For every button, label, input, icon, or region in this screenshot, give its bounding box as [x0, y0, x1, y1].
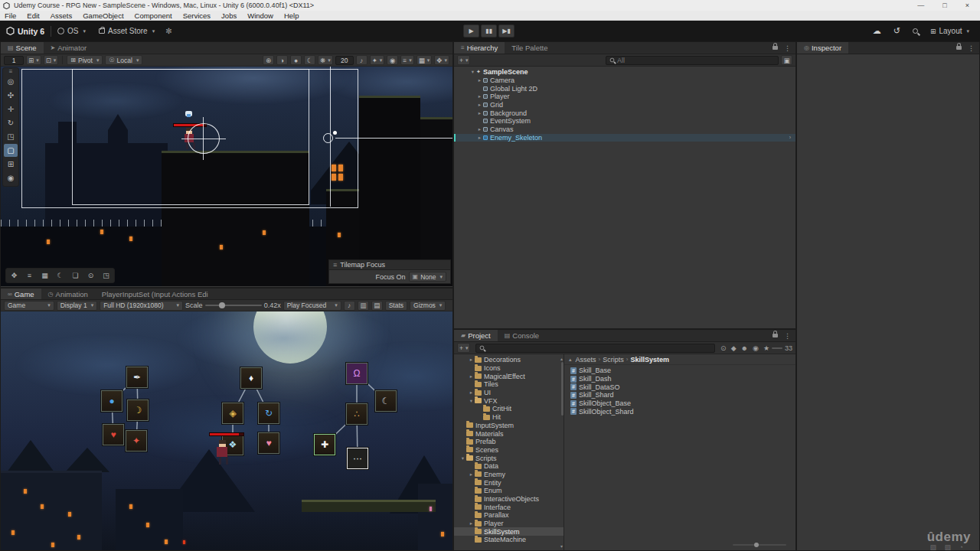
breadcrumb-scripts[interactable]: Scripts	[603, 356, 624, 364]
menu-window[interactable]: Window	[247, 11, 273, 20]
rect-tool[interactable]: ▢	[4, 144, 18, 157]
game-viewport[interactable]: ✒●☽♥✦♦◈↻❖♥Ω☾∴✚···	[1, 311, 452, 550]
camera-gizmo-icon[interactable]: ⊕	[263, 55, 274, 65]
move-tool[interactable]: ✛	[4, 103, 18, 116]
breadcrumb-assets[interactable]: Assets	[576, 356, 596, 364]
scene-viewport[interactable]: ≡ ◎✣✛↻◳▢⊞◉ ✥≡▦☾❏⊙◳ ≡Tilemap Focus Focus …	[1, 67, 452, 286]
skill-node-amulet[interactable]: ◈	[222, 403, 243, 424]
minimize-button[interactable]: —	[917, 2, 924, 9]
orientation-icon[interactable]: ✥	[7, 269, 21, 282]
expand-arrow-icon[interactable]: ▸	[476, 135, 483, 141]
zoom-slider-handle[interactable]	[754, 543, 759, 547]
hierarchy-item-player[interactable]: ▸Player	[454, 93, 795, 101]
grid-overlay-icon[interactable]: ▦	[38, 269, 52, 282]
folder-prefab[interactable]: Prefab	[454, 438, 564, 446]
folder-vfx[interactable]: ▾VFX	[454, 396, 564, 405]
pause-button[interactable]: ▮▮	[481, 24, 497, 37]
tab-tile-palette[interactable]: Tile Palette	[505, 42, 554, 54]
tab-hierarchy[interactable]: ≡Hierarchy	[454, 42, 505, 54]
shading-mode-icon[interactable]: ◑	[276, 55, 288, 65]
layers-icon[interactable]: ❏	[68, 269, 83, 282]
add-asset-button[interactable]: +▾	[457, 343, 470, 353]
folder-hit[interactable]: Hit	[454, 413, 564, 422]
hierarchy-item-eventsystem[interactable]: EventSystem	[454, 117, 795, 126]
skill-node-wings[interactable]: ✦	[126, 430, 147, 452]
folder-decorations[interactable]: ▸Decorations	[454, 356, 564, 364]
expand-arrow-icon[interactable]: ▸	[468, 520, 475, 527]
search-icon[interactable]	[913, 28, 918, 34]
add-gameobject-button[interactable]: +▾	[457, 55, 470, 65]
panel-menu-icon[interactable]: ⋮	[968, 44, 975, 52]
asset-store-dropdown[interactable]: Asset Store▾	[99, 27, 155, 35]
camera-dropdown-icon[interactable]: ▦▾	[416, 55, 433, 65]
gizmos-dropdown[interactable]: Gizmos▾	[410, 301, 446, 311]
scale-tool[interactable]: ◳	[4, 130, 18, 143]
folder-materials[interactable]: Materials	[454, 429, 564, 438]
skybox-toggle-icon[interactable]: ☾	[304, 55, 315, 65]
tool-index-field[interactable]: 1	[4, 56, 24, 65]
layout-dropdown[interactable]: ⊞ Layout▾	[930, 27, 969, 35]
search-by-label-icon[interactable]: ◆	[731, 344, 737, 352]
folder-statemachine[interactable]: StateMachine	[454, 536, 564, 544]
camera-preview-icon[interactable]: ◳	[99, 269, 113, 282]
folder-scripts[interactable]: ▾Scripts	[454, 454, 564, 462]
column-slider[interactable]	[772, 347, 782, 349]
grid-size-field[interactable]: 20	[335, 56, 354, 65]
focus-on-dropdown[interactable]: ▣None▾	[409, 272, 446, 282]
hierarchy-item-canvas[interactable]: ▸Canvas	[454, 126, 795, 134]
hierarchy-item-camera[interactable]: ▸Camera	[454, 77, 795, 85]
lock-icon[interactable]	[773, 46, 778, 50]
hierarchy-item-grid[interactable]: ▸Grid	[454, 101, 795, 109]
expand-arrow-icon[interactable]: ▸	[468, 390, 475, 396]
handle-rotation-dropdown[interactable]: ☉Local▾	[105, 55, 142, 65]
skill-node-glove[interactable]: ✚	[314, 434, 335, 455]
collapse-icon[interactable]: ▴	[569, 357, 572, 363]
breadcrumb-skillsystem[interactable]: SkillSystem	[630, 356, 669, 364]
rotate-tool[interactable]: ↻	[4, 116, 18, 129]
file-skillobject_shard[interactable]: #SkillObject_Shard	[564, 407, 795, 416]
expand-arrow-icon[interactable]: ▸	[476, 102, 483, 108]
play-focused-dropdown[interactable]: Play Focused▾	[283, 301, 341, 311]
pivot-gizmo[interactable]	[323, 133, 333, 143]
hierarchy-item-global-light-2d[interactable]: Global Light 2D	[454, 84, 795, 93]
scroll-down-icon[interactable]: ▾	[560, 543, 563, 549]
panel-menu-icon[interactable]: ⋮	[784, 44, 791, 52]
hidden-packages-icon[interactable]: ◉	[753, 344, 759, 352]
tab-game[interactable]: ∞Game	[1, 289, 41, 299]
vertical-scrollbar[interactable]	[561, 362, 564, 416]
game-camera-dropdown[interactable]: Game▾	[4, 301, 54, 311]
hierarchy-item-samplescene[interactable]: ▾✦SampleScene	[454, 68, 795, 77]
expand-arrow-icon[interactable]: ▾	[468, 398, 475, 404]
stats-button[interactable]: Stats	[385, 301, 407, 311]
tab-animation[interactable]: ◷Animation	[41, 289, 95, 299]
scale-slider-handle[interactable]	[219, 302, 225, 308]
menu-file[interactable]: File	[5, 11, 16, 20]
transform-tool[interactable]: ⊞	[4, 158, 18, 171]
folder-skillsystem[interactable]: SkillSystem	[454, 527, 564, 536]
expand-arrow-icon[interactable]: ▸	[468, 471, 475, 478]
file-skillobject_base[interactable]: #SkillObject_Base	[564, 399, 795, 408]
menu-gameobject[interactable]: GameObject	[83, 11, 123, 20]
scale-slider[interactable]	[205, 305, 262, 306]
maximize-button[interactable]: □	[942, 2, 946, 9]
skill-node-helm[interactable]: Ω	[346, 363, 368, 384]
skill-node-speech[interactable]: ···	[347, 448, 368, 469]
audio-toggle-icon[interactable]: ♪	[356, 55, 368, 65]
folder-icons[interactable]: Icons	[454, 364, 564, 373]
skill-node-hearts[interactable]: ♥	[258, 432, 279, 454]
unity-version-button[interactable]: Unity 6	[6, 27, 44, 36]
folder-parallax[interactable]: Parallax	[454, 511, 564, 520]
skill-node-feather[interactable]: ✒	[126, 367, 148, 388]
custom-tool[interactable]: ◉	[4, 171, 18, 184]
folder-interactiveobjects[interactable]: InteractiveObjects	[454, 495, 564, 504]
tab-console[interactable]: ▤Console	[498, 330, 546, 341]
menu-component[interactable]: Component	[135, 11, 172, 20]
gizmos-dropdown-icon[interactable]: ✥▾	[434, 55, 449, 65]
folder-player[interactable]: ▸Player	[454, 520, 564, 528]
tab-scene[interactable]: ▤Scene	[1, 42, 44, 54]
folder-crithit[interactable]: CritHit	[454, 405, 564, 413]
tab-inspector[interactable]: ◎Inspector	[797, 42, 848, 54]
panel-menu-icon[interactable]: ⋮	[784, 332, 791, 340]
grid-snap-icon[interactable]: ⊞▾	[26, 55, 41, 65]
search-by-type-icon[interactable]: ⊙	[720, 344, 727, 352]
